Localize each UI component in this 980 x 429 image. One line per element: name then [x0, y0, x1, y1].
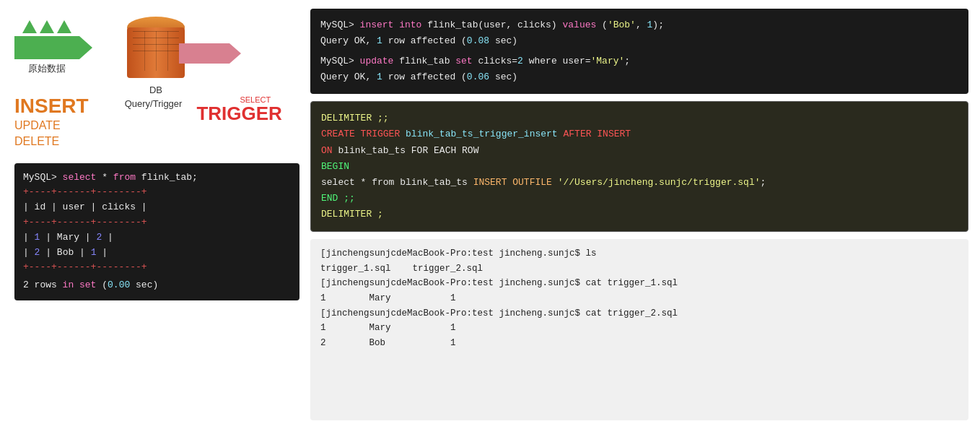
rows-summary: 2 rows in set (0.00 sec)	[23, 278, 291, 293]
insert-label: INSERT	[14, 95, 89, 118]
end-line: END ;;	[321, 191, 958, 207]
terminal-cat1-cmd: [jinchengsunjcdeMacBook-Pro:test jinchen…	[320, 276, 958, 291]
pink-arrow-icon	[179, 43, 229, 64]
on-line: ON blink_tab_ts FOR EACH ROW	[321, 143, 958, 159]
terminal-ls-cmd: [jinchengsunjcdeMacBook-Pro:test jinchen…	[320, 246, 958, 261]
table-sep-1: +----+------+--------+	[23, 185, 291, 200]
query-trigger-label: Query/Trigger	[125, 98, 183, 109]
terminal-cat2-cmd: [jinchengsunjcdeMacBook-Pro:test jinchen…	[320, 306, 958, 321]
triangles-icon	[22, 20, 71, 33]
table-header-row: | id | user | clicks |	[23, 200, 291, 215]
mysql-update-result: Query OK, 1 row affected (0.06 sec)	[320, 69, 958, 85]
raw-data-label: 原始数据	[28, 62, 66, 75]
table-sep-3: +----+------+--------+	[23, 260, 291, 275]
mysql-insert-result: Query OK, 1 row affected (0.08 sec)	[320, 33, 958, 49]
delimiter-line2: DELIMITER ;	[321, 207, 958, 222]
database-icon	[127, 17, 185, 82]
begin-line: BEGIN	[321, 159, 958, 175]
terminal-cat2-row2: 2 Bob 1	[320, 336, 958, 351]
right-panel: MySQL> insert into flink_tab(user, click…	[303, 0, 980, 429]
table-row-2: | 2 | Bob | 1 |	[23, 246, 291, 261]
update-label: UPDATE	[14, 118, 89, 134]
middle-labels: INSERT UPDATE DELETE Query/Trigger SELEC…	[14, 95, 289, 150]
trigger-label: TRIGGER	[196, 104, 281, 123]
mysql-insert-update-block: MySQL> insert into flink_tab(user, click…	[310, 9, 968, 94]
terminal-ls-result: trigger_1.sql trigger_2.sql	[320, 261, 958, 277]
select-insert-line: select * from blink_tab_ts INSERT OUTFIL…	[321, 175, 958, 191]
mysql-insert-line: MySQL> insert into flink_tab(user, click…	[320, 17, 958, 33]
terminal-output-block: [jinchengsunjcdeMacBook-Pro:test jinchen…	[310, 239, 968, 420]
table-sep-2: +----+------+--------+	[23, 215, 291, 230]
green-arrow-icon	[14, 36, 79, 59]
trigger-code-block: DELIMITER ;; CREATE TRIGGER blink_tab_ts…	[310, 101, 968, 232]
terminal-cat1-row1: 1 Mary 1	[320, 291, 958, 306]
delete-label: DELETE	[14, 134, 89, 150]
create-trigger-line: CREATE TRIGGER blink_tab_ts_trigger_inse…	[321, 126, 958, 142]
table-row-1: | 1 | Mary | 2 |	[23, 230, 291, 246]
delimiter-line1: DELIMITER ;;	[321, 110, 958, 126]
terminal-cat2-row1: 1 Mary 1	[320, 321, 958, 336]
db-label: DB	[149, 84, 162, 95]
mysql-terminal: MySQL> select * from flink_tab; +----+--…	[14, 163, 299, 300]
mysql-update-line: MySQL> update flink_tab set clicks=2 whe…	[320, 53, 958, 69]
mysql-select-line: MySQL> select * from flink_tab;	[23, 170, 291, 186]
left-panel: 原始数据 DB	[0, 0, 303, 429]
